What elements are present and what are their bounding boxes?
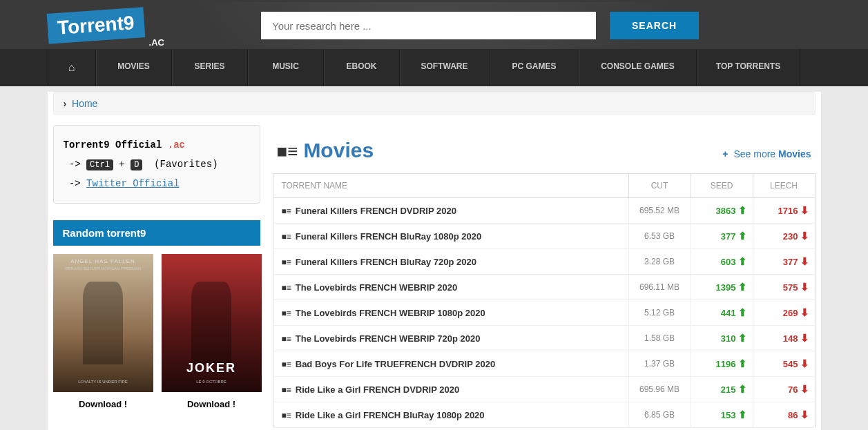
arrow-down-icon: ⬇ [800, 204, 809, 216]
torrents-table: TORRENT NAME CUT SEED LEECH ■≡Funeral Ki… [273, 173, 816, 428]
arrow-down-icon: ⬇ [800, 358, 809, 369]
arrow-down-icon: ⬇ [800, 306, 809, 318]
download-link[interactable]: Download ! [162, 392, 262, 412]
cell-seed: 153⬆ [691, 402, 753, 428]
nav-pc-games[interactable]: PC GAMES [490, 49, 579, 86]
cell-seed: 377⬆ [691, 224, 753, 249]
nav-home[interactable]: ⌂ [48, 49, 96, 86]
cell-seed: 3863⬆ [691, 198, 753, 224]
cell-leech: 1716⬇ [753, 198, 815, 224]
table-row[interactable]: ■≡The Lovebirds FRENCH WEBRIP 720p 20201… [273, 326, 815, 351]
poster-image: JOKER LE 9 OCTOBRE [162, 254, 262, 392]
info-shortcut: -> Ctrl + D (Favorites) [64, 155, 250, 174]
cell-cut: 696.11 MB [628, 275, 691, 300]
random-panel-head: Random torrent9 [53, 220, 260, 246]
cell-leech: 76⬇ [753, 377, 815, 402]
arrow-up-icon: ⬆ [738, 281, 747, 293]
cell-seed: 1395⬆ [691, 275, 753, 300]
cell-seed: 310⬆ [691, 326, 753, 351]
arrow-down-icon: ⬇ [800, 230, 809, 242]
kbd-d: D [131, 159, 142, 170]
table-row[interactable]: ■≡Funeral Killers FRENCH DVDRIP 2020695.… [273, 198, 815, 224]
video-icon: ■≡ [282, 283, 291, 293]
nav-series[interactable]: SERIES [172, 49, 248, 86]
header: Torrent9 .AC SEARCH [0, 2, 868, 49]
cell-cut: 695.52 MB [628, 198, 691, 224]
info-title: Torrent9 Official [64, 139, 168, 150]
cell-leech: 230⬇ [753, 224, 815, 249]
th-leech: LEECH [753, 174, 815, 198]
arrow-up-icon: ⬆ [738, 204, 747, 216]
logo-suffix: .AC [149, 37, 164, 48]
cell-cut: 695.96 MB [628, 377, 691, 402]
arrow-up-icon: ⬆ [738, 332, 747, 344]
cell-seed: 441⬆ [691, 300, 753, 326]
arrow-up-icon: ⬆ [738, 358, 747, 369]
arrow-up-icon: ⬆ [738, 409, 747, 420]
th-cut: CUT [628, 174, 691, 198]
arrow-up-icon: ⬆ [738, 383, 747, 395]
video-icon: ■≡ [282, 360, 291, 369]
nav-movies[interactable]: MOVIES [96, 49, 172, 86]
cell-cut: 6.53 GB [628, 224, 691, 249]
cell-cut: 5.12 GB [628, 300, 691, 326]
video-icon: ■≡ [282, 385, 291, 395]
cell-cut: 1.58 GB [628, 326, 691, 351]
nav-console-games[interactable]: CONSOLE GAMES [579, 49, 697, 86]
cell-leech: 269⬇ [753, 300, 815, 326]
arrow-down-icon: ⬇ [800, 255, 809, 267]
video-icon: ■≡ [282, 411, 291, 420]
table-row[interactable]: ■≡The Lovebirds FRENCH WEBRIP 2020696.11… [273, 275, 815, 300]
cell-cut: 3.28 GB [628, 249, 691, 275]
video-icon: ■≡ [282, 309, 291, 318]
nav-music[interactable]: MUSIC [248, 49, 324, 86]
video-icon: ■≡ [282, 206, 291, 216]
search-input[interactable] [261, 12, 596, 39]
search-button[interactable]: SEARCH [610, 12, 699, 39]
poster-card[interactable]: ANGEL HAS FALLEN GERARD BUTLER MORGAN FR… [53, 254, 153, 412]
table-row[interactable]: ■≡Funeral Killers FRENCH BluRay 720p 202… [273, 249, 815, 275]
video-icon: ■≡ [277, 141, 298, 162]
info-box: Torrent9 Official .ac -> Ctrl + D (Favor… [53, 125, 260, 204]
home-icon: ⌂ [68, 61, 75, 73]
table-row[interactable]: ■≡Funeral Killers FRENCH BluRay 1080p 20… [273, 224, 815, 249]
cell-seed: 603⬆ [691, 249, 753, 275]
table-row[interactable]: ■≡The Lovebirds FRENCH WEBRIP 1080p 2020… [273, 300, 815, 326]
arrow-down-icon: ⬇ [800, 281, 809, 293]
chevron-right-icon: › [64, 98, 67, 109]
twitter-link[interactable]: Twitter Official [86, 178, 179, 189]
poster-card[interactable]: JOKER LE 9 OCTOBRE Download ! [162, 254, 262, 412]
cell-seed: 1196⬆ [691, 351, 753, 377]
arrow-down-icon: ⬇ [800, 409, 809, 420]
main-nav: ⌂ MOVIES SERIES MUSIC EBOOK SOFTWARE PC … [0, 49, 868, 86]
th-name: TORRENT NAME [273, 174, 628, 198]
arrow-up-icon: ⬆ [738, 306, 747, 318]
video-icon: ■≡ [282, 334, 291, 344]
arrow-up-icon: ⬆ [738, 230, 747, 242]
kbd-ctrl: Ctrl [86, 159, 113, 170]
arrow-down-icon: ⬇ [800, 383, 809, 395]
breadcrumb-home[interactable]: Home [72, 98, 97, 109]
logo-text: Torrent9 [46, 7, 144, 44]
section-title: Movies [303, 139, 374, 162]
poster-image: ANGEL HAS FALLEN GERARD BUTLER MORGAN FR… [53, 254, 153, 392]
cell-leech: 86⬇ [753, 402, 815, 428]
download-link[interactable]: Download ! [53, 392, 153, 412]
arrow-up-icon: ⬆ [738, 255, 747, 267]
th-seed: SEED [691, 174, 753, 198]
cell-seed: 215⬆ [691, 377, 753, 402]
table-row[interactable]: ■≡Ride Like a Girl FRENCH DVDRIP 2020695… [273, 377, 815, 402]
plus-icon: + [722, 148, 728, 159]
cell-leech: 545⬇ [753, 351, 815, 377]
nav-top-torrents[interactable]: TOP TORRENTS [697, 49, 800, 86]
video-icon: ■≡ [282, 257, 291, 267]
nav-ebook[interactable]: EBOOK [324, 49, 400, 86]
table-row[interactable]: ■≡Bad Boys For Life TRUEFRENCH DVDRIP 20… [273, 351, 815, 377]
logo[interactable]: Torrent9 .AC [48, 10, 165, 41]
cell-leech: 148⬇ [753, 326, 815, 351]
cell-cut: 6.85 GB [628, 402, 691, 428]
table-row[interactable]: ■≡Ride Like a Girl FRENCH BluRay 1080p 2… [273, 402, 815, 428]
see-more-link[interactable]: + See more Movies [722, 148, 811, 159]
nav-software[interactable]: SOFTWARE [400, 49, 490, 86]
breadcrumb: › Home [53, 92, 816, 115]
